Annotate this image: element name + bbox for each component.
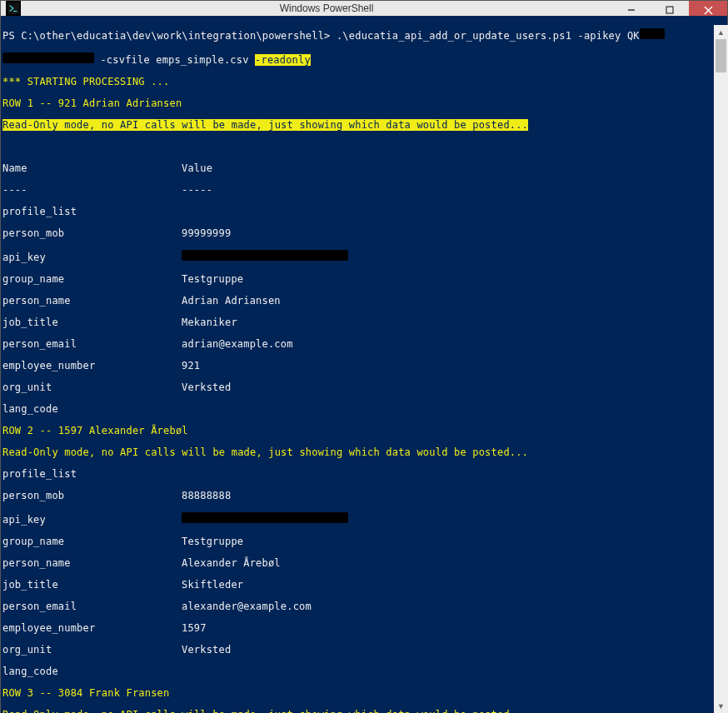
terminal-output[interactable]: PS C:\other\educatia\dev\work\integratio… <box>1 16 727 713</box>
title-bar[interactable]: Windows PowerShell <box>1 1 727 16</box>
blank-line <box>2 142 726 152</box>
redacted <box>182 250 348 261</box>
scrollbar[interactable]: ▲ ▼ <box>714 25 728 713</box>
row-header: ROW 2 -- 1597 Alexander Årebøl <box>2 426 726 436</box>
row-header: ROW 1 -- 921 Adrian Adriansen <box>2 98 726 109</box>
window: Windows PowerShell PS C:\other\educatia\… <box>0 0 728 713</box>
start-line: *** STARTING PROCESSING ... <box>2 77 726 87</box>
svg-rect-3 <box>666 7 673 13</box>
col-name: Name <box>2 163 182 174</box>
col-value: Value <box>182 162 212 174</box>
row-header: ROW 3 -- 3084 Frank Fransen <box>2 688 726 699</box>
command-part: -csvfile emps_simple.csv <box>100 54 255 66</box>
scroll-up-button[interactable]: ▲ <box>714 25 728 39</box>
command-part: .\educatia_api_add_or_update_users.ps1 -… <box>331 30 640 42</box>
scroll-thumb[interactable] <box>716 39 726 72</box>
readonly-msg: Read-Only mode, no API calls will be mad… <box>2 710 726 713</box>
prompt: PS C:\other\educatia\dev\work\integratio… <box>2 30 331 42</box>
readonly-msg: Read-Only mode, no API calls will be mad… <box>2 447 726 458</box>
scroll-down-button[interactable]: ▼ <box>714 699 728 713</box>
readonly-flag: -readonly <box>255 54 311 66</box>
redacted <box>2 52 94 63</box>
scroll-track[interactable] <box>714 39 728 699</box>
readonly-msg: Read-Only mode, no API calls will be mad… <box>2 119 528 131</box>
redacted <box>182 512 348 523</box>
powershell-icon <box>6 1 21 16</box>
redacted <box>640 28 665 39</box>
